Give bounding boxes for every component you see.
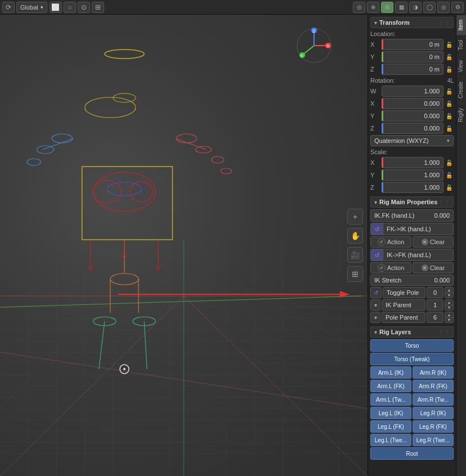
- rotation-y-field[interactable]: 0.000: [382, 110, 443, 122]
- rotation-z-field[interactable]: 0.000: [382, 123, 443, 134]
- viewport-overlay-icon[interactable]: ○: [64, 2, 76, 13]
- rotation-y-lock[interactable]: 🔓: [445, 111, 454, 120]
- location-x-lock[interactable]: 🔓: [445, 40, 454, 49]
- location-x-field[interactable]: 0 m: [382, 39, 443, 50]
- ik-parent-arrow[interactable]: ▾: [370, 299, 380, 311]
- fk-ik-action-btn[interactable]: ↺ Action: [370, 236, 411, 248]
- layer-arm-r-tw[interactable]: Arm.R (Tw...: [413, 393, 454, 406]
- layer-leg-l-fk[interactable]: Leg.L (FK): [370, 420, 411, 433]
- ik-parent-down[interactable]: ▼: [445, 306, 453, 311]
- panel-scroll: ▾ Transform ⋮⋮ Location: X 0 m 🔓 Y: [368, 15, 456, 476]
- location-z-lock[interactable]: 🔓: [445, 65, 454, 74]
- ik-fk-action-btn[interactable]: ↺ Action: [370, 262, 411, 273]
- rotation-z-lock[interactable]: 🔓: [445, 124, 454, 133]
- fk-ik-action-icon: ↺: [378, 238, 386, 246]
- rotation-w-field[interactable]: 1.000: [382, 86, 443, 97]
- grid-btn[interactable]: ⊞: [347, 266, 363, 282]
- rig-main-header[interactable]: ▾ Rig Main Properties ⋮⋮: [370, 196, 454, 208]
- ik-parent-label[interactable]: IK Parent: [382, 299, 425, 311]
- transform-section-header[interactable]: ▾ Transform ⋮⋮: [370, 17, 454, 28]
- toggle-pole-spinner[interactable]: ▲ ▼: [445, 287, 454, 298]
- layer-leg-l-twe[interactable]: Leg.L (Twe...: [370, 434, 411, 446]
- layer-torso-tweak[interactable]: Torso (Tweak): [370, 353, 454, 365]
- preferences-icon[interactable]: ⚙: [451, 2, 464, 13]
- fk-ik-clear-btn[interactable]: ✕ Clear: [413, 236, 454, 248]
- tab-view[interactable]: View: [456, 55, 466, 77]
- shading-icon[interactable]: ▦: [395, 2, 407, 13]
- ik-stretch-field[interactable]: IK Stretch 0.000: [370, 275, 454, 286]
- scale-z-field[interactable]: 1.000: [382, 182, 443, 193]
- toggle-pole-icon: ↺: [370, 287, 382, 298]
- layer-arm-l-ik[interactable]: Arm.L (IK): [370, 366, 411, 379]
- ik-parent-spinner[interactable]: ▲ ▼: [445, 299, 454, 311]
- render-icon[interactable]: ◎: [353, 2, 365, 13]
- compositing-icon[interactable]: ⊕: [367, 2, 379, 13]
- layer-leg-r-ik[interactable]: Leg.R (IK): [413, 407, 454, 419]
- layer-arm-r-fk[interactable]: Arm.R (FK): [413, 380, 454, 392]
- scale-x-lock[interactable]: 🔓: [445, 158, 454, 167]
- pole-parent-arrow[interactable]: ▾: [370, 312, 380, 323]
- tab-item[interactable]: Item: [456, 15, 466, 35]
- rig-layers-header[interactable]: ▾ Rig Layers ⋮⋮: [370, 326, 454, 338]
- right-panel: ▾ Transform ⋮⋮ Location: X 0 m 🔓 Y: [368, 15, 466, 476]
- rotation-x-field[interactable]: 0.000: [382, 98, 443, 109]
- ikfk-row[interactable]: IK.FK (hand.L) 0.000: [370, 209, 454, 222]
- rotation-x-lock[interactable]: 🔓: [445, 99, 454, 108]
- layer-arm-l-tw[interactable]: Arm.L (Tw...: [370, 393, 411, 406]
- tab-create[interactable]: Create: [456, 77, 466, 103]
- global-dropdown[interactable]: Global ▾: [16, 2, 47, 13]
- ik-fk-clear-btn[interactable]: ✕ Clear: [413, 262, 454, 273]
- layer-torso[interactable]: Torso: [370, 339, 454, 352]
- ik-parent-up[interactable]: ▲: [445, 300, 453, 306]
- location-y-lock[interactable]: 🔓: [445, 52, 454, 61]
- layer-root[interactable]: Root: [370, 447, 454, 460]
- pole-parent-value[interactable]: 6: [427, 312, 443, 323]
- scale-z-lock[interactable]: 🔓: [445, 183, 454, 192]
- pole-parent-row: ▾ Pole Parent 6 ▲ ▼: [370, 312, 454, 323]
- pole-parent-down[interactable]: ▼: [445, 318, 453, 323]
- rotation-mode-dropdown[interactable]: Quaternion (WXYZ) ▾: [370, 135, 454, 146]
- world-icon[interactable]: ◯: [423, 2, 436, 13]
- toggle-pole-label[interactable]: Toggle Pole: [383, 287, 425, 298]
- toggle-pole-down[interactable]: ▼: [445, 293, 453, 298]
- pole-parent-spinner[interactable]: ▲ ▼: [445, 312, 454, 323]
- svg-point-40: [27, 159, 41, 165]
- layer-leg-r-twe[interactable]: Leg.R (Twe...: [413, 434, 454, 446]
- toggle-pole-value[interactable]: 0: [427, 287, 443, 298]
- layer-leg-l-ik[interactable]: Leg.L (IK): [370, 407, 411, 419]
- tab-tool[interactable]: Tool: [456, 35, 466, 55]
- rotation-label-row: Rotation: 4L: [370, 77, 454, 84]
- svg-point-62: [130, 182, 153, 202]
- camera-btn[interactable]: 🎥: [347, 247, 363, 263]
- rotation-w-lock[interactable]: 🔓: [445, 87, 454, 96]
- svg-line-53: [99, 321, 105, 369]
- transform-icon[interactable]: ⟳: [2, 2, 15, 13]
- snap-icon[interactable]: ⊞: [92, 2, 104, 13]
- layer-leg-r-fk[interactable]: Leg.R (FK): [413, 420, 454, 433]
- gizmo[interactable]: Z X Y: [294, 26, 334, 65]
- scale-y-lock[interactable]: 🔓: [445, 170, 454, 179]
- location-z-field[interactable]: 0 m: [382, 64, 443, 75]
- svg-point-36: [85, 97, 136, 118]
- layer-arm-l-fk[interactable]: Arm.L (FK): [370, 380, 411, 392]
- object-data-icon[interactable]: ◎: [437, 2, 450, 13]
- scale-y-field[interactable]: 1.000: [382, 169, 443, 181]
- ik-parent-value[interactable]: 1: [427, 299, 443, 311]
- ik-stretch-arrow: [113, 289, 366, 300]
- svg-point-42: [176, 134, 196, 143]
- tab-rigify[interactable]: Rigify: [456, 103, 466, 127]
- ik-to-fk-row: ↺ IK->FK (hand.L): [370, 249, 454, 261]
- pan-btn[interactable]: ✋: [347, 228, 363, 244]
- pole-parent-label[interactable]: Pole Parent: [382, 312, 425, 323]
- scale-x-field[interactable]: 1.000: [382, 157, 443, 168]
- location-y-field[interactable]: 0 m: [382, 51, 443, 62]
- viewport-mode-icon[interactable]: ⬜: [50, 2, 62, 13]
- object-icon[interactable]: ⊞: [381, 2, 393, 13]
- toggle-pole-up[interactable]: ▲: [445, 288, 453, 293]
- proportional-edit-icon[interactable]: ⊙: [78, 2, 90, 13]
- material-icon[interactable]: ◑: [409, 2, 422, 13]
- layer-arm-r-ik[interactable]: Arm.R (IK): [413, 366, 454, 379]
- pole-parent-up[interactable]: ▲: [445, 312, 453, 318]
- viewport[interactable]: Z X Y + ✋ 🎥 ⊞: [0, 15, 368, 476]
- zoom-in-btn[interactable]: +: [347, 209, 363, 224]
